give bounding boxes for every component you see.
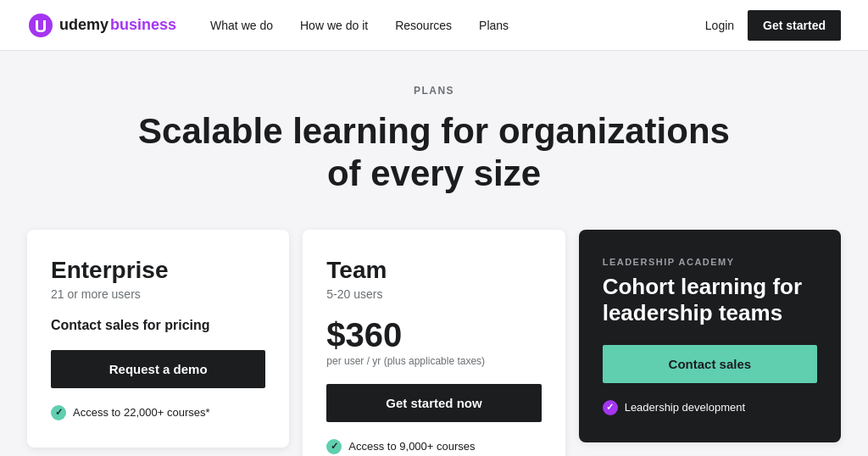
nav-how-we-do-it[interactable]: How we do it <box>300 19 368 32</box>
enterprise-feature-text: Access to 22,000+ courses* <box>73 406 210 419</box>
header-left: udemybusiness What we do How we do it Re… <box>27 12 509 39</box>
leadership-eyebrow: LEADERSHIP ACADEMY <box>603 257 817 267</box>
page-title: Scalable learning for organizations of e… <box>137 110 731 196</box>
leadership-title: Cohort learning for leadership teams <box>603 274 817 326</box>
udemy-logo-icon <box>27 12 54 39</box>
nav-what-we-do[interactable]: What we do <box>210 19 273 32</box>
leadership-feature-text: Leadership development <box>625 401 745 414</box>
leadership-feature: ✓ Leadership development <box>603 400 817 415</box>
logo-udemy-text: udemy <box>59 16 108 34</box>
feature-check-icon-team: ✓ <box>326 439 342 454</box>
nav-resources[interactable]: Resources <box>395 19 452 32</box>
enterprise-feature: ✓ Access to 22,000+ courses* <box>51 405 265 420</box>
svg-point-0 <box>29 14 53 37</box>
logo[interactable]: udemybusiness <box>27 12 176 39</box>
team-card: Team 5-20 users $360 per user / yr (plus… <box>303 230 565 456</box>
enterprise-pricing: Contact sales for pricing <box>51 318 265 333</box>
team-price-sub: per user / yr (plus applicable taxes) <box>326 355 541 367</box>
leadership-cta-button[interactable]: Contact sales <box>603 345 817 383</box>
enterprise-users: 21 or more users <box>51 287 265 301</box>
leadership-card: LEADERSHIP ACADEMY Cohort learning for l… <box>579 230 841 442</box>
login-button[interactable]: Login <box>705 19 734 32</box>
logo-business-text: business <box>110 16 176 34</box>
main-nav: What we do How we do it Resources Plans <box>210 19 509 32</box>
enterprise-cta-button[interactable]: Request a demo <box>51 350 265 388</box>
main-content: PLANS Scalable learning for organization… <box>0 51 868 456</box>
feature-check-icon: ✓ <box>51 405 66 420</box>
team-users: 5-20 users <box>326 287 541 301</box>
get-started-header-button[interactable]: Get started <box>748 10 841 41</box>
team-cta-button[interactable]: Get started now <box>326 384 541 422</box>
feature-check-icon-leadership: ✓ <box>603 400 618 415</box>
team-feature: ✓ Access to 9,000+ courses <box>326 439 541 454</box>
enterprise-card: Enterprise 21 or more users Contact sale… <box>27 230 289 448</box>
header: udemybusiness What we do How we do it Re… <box>0 0 868 51</box>
enterprise-title: Enterprise <box>51 257 265 284</box>
team-title: Team <box>326 257 541 284</box>
nav-plans[interactable]: Plans <box>479 19 509 32</box>
pricing-cards: Enterprise 21 or more users Contact sale… <box>27 230 841 456</box>
team-feature-text: Access to 9,000+ courses <box>348 440 475 453</box>
team-price: $360 <box>326 318 541 352</box>
plans-eyebrow: PLANS <box>27 85 841 97</box>
header-right: Login Get started <box>705 10 841 41</box>
